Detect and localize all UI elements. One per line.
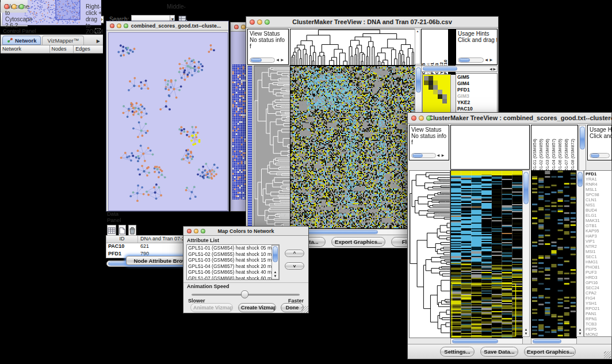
resize-grip-icon[interactable] xyxy=(604,351,611,358)
scroll-arrows-icon[interactable]: ◀ ▶ xyxy=(436,152,445,159)
tv2-gene-label: NIS1 xyxy=(586,202,611,208)
attribute-list-item[interactable]: GPL51-02 (GSM855) heat shock 10 min xyxy=(187,251,279,258)
scrollbar-thumb[interactable] xyxy=(273,246,278,262)
zoom-button[interactable] xyxy=(426,116,431,121)
tv2-row-dendrogram[interactable] xyxy=(409,170,450,338)
scroll-arrows-icon[interactable]: ▲▼ xyxy=(577,328,583,336)
network-view-titlebar[interactable]: combined_scores_good.txt--cluste... xyxy=(106,21,228,30)
tv2-gene-label: VIP1 xyxy=(586,239,611,244)
attribute-list-item[interactable]: GPL51-03 (GSM856) heat shock 15 min xyxy=(187,257,279,263)
tv1-export-graphics-button[interactable]: Export Graphics... xyxy=(331,237,385,247)
tv2-column-dendrogram-area[interactable] xyxy=(450,125,530,170)
tv1-hints-scrollbar[interactable]: ◀ ▶ xyxy=(458,57,493,63)
scrollbar-thumb[interactable] xyxy=(423,67,457,71)
tv1-mini-vscroll[interactable]: ▲ xyxy=(415,29,420,64)
delete-attribute-trash-icon[interactable] xyxy=(128,225,136,236)
scroll-arrows-icon[interactable]: ▲▼ xyxy=(523,328,529,336)
treeview2-titlebar[interactable]: ClusterMaker TreeView : combined_scores_… xyxy=(408,113,611,124)
tv2-save-data-button[interactable]: Save Data... xyxy=(480,347,518,357)
scrollbar-thumb[interactable] xyxy=(523,172,529,204)
minimize-button[interactable] xyxy=(257,20,262,25)
done-button[interactable]: Done xyxy=(281,303,304,312)
tv1-row-dendrogram[interactable] xyxy=(254,66,290,229)
close-button[interactable] xyxy=(110,24,114,28)
tv1-left-strip[interactable] xyxy=(247,66,253,228)
tv1-status-scrollbar[interactable]: ◀ ▶ xyxy=(250,57,284,63)
tv2-status-scrollbar[interactable]: ◀ ▶ xyxy=(411,152,445,159)
scroll-arrows-icon[interactable]: ◀ ▶ xyxy=(275,57,284,63)
zoom-button[interactable] xyxy=(19,4,24,9)
tv2-heatmap-canvas[interactable] xyxy=(450,170,523,338)
attribute-list-item[interactable]: GPL51-04 (GSM857) heat shock 20 min xyxy=(187,263,279,270)
tv2-gene-labels-panel: PFD1YRA1RNR4MSL1SPC98CLN1NIS1BUD4ELG1MAK… xyxy=(584,170,612,337)
tv2-gene-label: GTB1 xyxy=(586,223,611,228)
tv2-strip-heatmap-canvas[interactable] xyxy=(531,170,577,338)
minimize-button[interactable] xyxy=(419,116,424,121)
scrollbar-thumb[interactable] xyxy=(452,339,498,343)
tv2-gene-label: HMG1 xyxy=(586,259,611,265)
close-button[interactable] xyxy=(250,20,255,25)
close-button[interactable] xyxy=(187,229,192,233)
close-button[interactable] xyxy=(4,4,9,9)
tv2-usage-hints: Usage Hi Click and xyxy=(587,125,612,160)
new-attribute-icon[interactable] xyxy=(118,225,126,236)
scroll-arrows-icon[interactable]: ◀ ▶ xyxy=(484,57,493,63)
tv1-right-hscrollbar[interactable]: ◀ ▶ xyxy=(421,66,498,72)
tv2-gene-label: SEC24 xyxy=(586,285,611,290)
attribute-list-item[interactable]: GPL51-06 (GSM865) heat shock 40 min xyxy=(187,269,279,275)
tv2-strip-vscrollbar[interactable]: ▲▼ xyxy=(576,170,584,337)
tv1-heatmap-canvas[interactable] xyxy=(290,66,415,229)
minimize-button[interactable] xyxy=(194,229,198,233)
attribute-list-item[interactable]: GPL51-07 (GSM868) heat shock 60 min xyxy=(187,275,279,281)
attribute-list-item[interactable]: GPL51-01 (GSM854) heat shock 05 min xyxy=(187,245,279,251)
dialog-titlebar[interactable]: Map Colors to Network xyxy=(183,227,308,236)
scroll-arrows-icon[interactable]: ▲▼ xyxy=(272,270,278,278)
scrollbar-thumb[interactable] xyxy=(580,127,585,150)
minimize-button[interactable] xyxy=(241,25,246,29)
attribute-list-vscrollbar[interactable]: ▲▼ xyxy=(271,245,279,279)
close-button[interactable] xyxy=(411,116,416,121)
tv2-button-bar: Settings... Save Data... Export Graphics… xyxy=(408,344,611,359)
close-button[interactable] xyxy=(234,25,239,29)
zoom-button[interactable] xyxy=(265,20,270,25)
slider-thumb[interactable] xyxy=(241,290,248,298)
tv2-gene-label: TCB3 xyxy=(586,321,611,327)
tv1-row-label: GIM3 xyxy=(457,93,496,99)
minimize-button[interactable] xyxy=(117,24,121,28)
treeview1-titlebar[interactable]: ClusterMaker TreeView : DNA and Tran 07-… xyxy=(246,17,498,28)
tv2-gene-label: HRD3 xyxy=(586,275,611,280)
tv2-settings-button[interactable]: Settings... xyxy=(440,347,475,357)
tab-overflow-arrow[interactable]: ▶ xyxy=(94,37,103,44)
animate-vizmap-button[interactable]: Animate Vizmap xyxy=(190,303,233,312)
attribute-listbox[interactable]: GPL51-01 (GSM854) heat shock 05 minGPL51… xyxy=(186,244,280,280)
resize-grip-icon[interactable] xyxy=(301,306,308,313)
control-panel-tabs: Network VizMapper™ ▶ xyxy=(1,35,103,45)
tv2-hints-scrollbar[interactable] xyxy=(590,152,610,159)
scrollbar-thumb[interactable] xyxy=(577,172,583,187)
scrollbar-thumb[interactable] xyxy=(533,339,561,343)
table-icon[interactable] xyxy=(107,225,116,236)
network-table-header[interactable]: Network Nodes Edges xyxy=(1,45,103,53)
tv2-gene-label: NTR2 xyxy=(586,244,611,249)
tv1-column-dendrogram[interactable] xyxy=(290,29,415,66)
tv1-row-label: PFD1 xyxy=(457,87,496,93)
tv2-gene-label: PAN1 xyxy=(586,311,611,316)
scroll-arrows-icon[interactable]: ◀ ▶ xyxy=(489,67,496,71)
tv2-heatmap-vscrollbar[interactable]: ▲▼ xyxy=(522,170,530,337)
tab-network[interactable]: Network xyxy=(2,36,41,45)
tv2-gene-label: KAP95 xyxy=(586,228,611,233)
tv2-gene-label: BUD4 xyxy=(586,208,611,213)
zoom-button[interactable] xyxy=(124,24,128,28)
tv1-row-label: YKE2 xyxy=(457,99,496,106)
create-vizmap-button[interactable]: Create Vizmap xyxy=(238,303,276,312)
network-canvas[interactable] xyxy=(108,32,228,211)
tv2-export-graphics-button[interactable]: Export Graphics... xyxy=(524,347,576,357)
minimize-button[interactable] xyxy=(12,4,17,9)
zoom-button[interactable] xyxy=(201,229,205,233)
move-down-button[interactable]: v xyxy=(285,262,304,270)
tv2-gene-label: GPI16 xyxy=(586,280,611,285)
tab-vizmapper[interactable]: VizMapper™ xyxy=(42,36,84,45)
scrollbar-thumb[interactable] xyxy=(416,67,421,93)
network-view-window: combined_scores_good.txt--cluste... xyxy=(106,21,229,212)
move-up-button[interactable]: ^ xyxy=(285,250,304,257)
